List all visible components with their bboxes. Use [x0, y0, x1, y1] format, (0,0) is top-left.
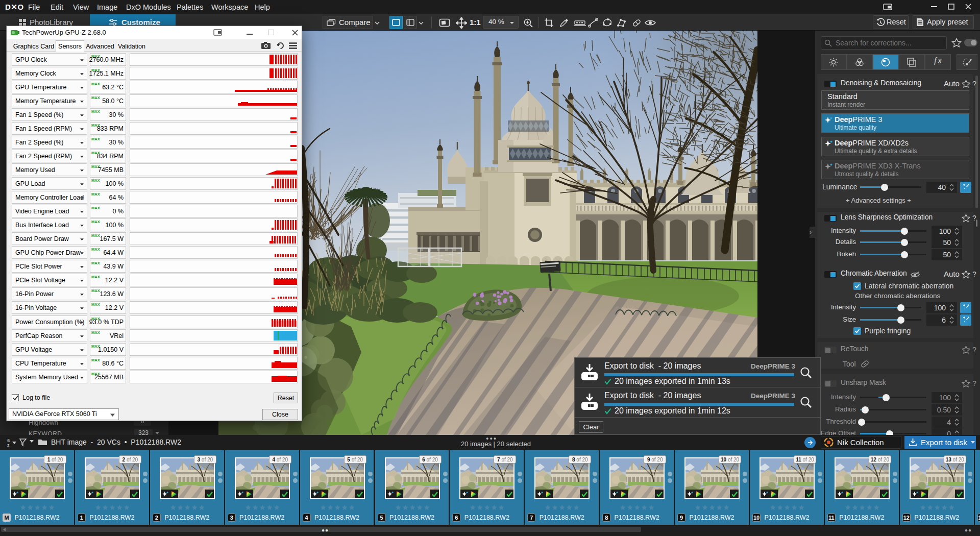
svg-text:z: z: [7, 443, 10, 448]
svg-text:D✕O: D✕O: [5, 4, 23, 11]
svg-text:a: a: [7, 437, 10, 443]
